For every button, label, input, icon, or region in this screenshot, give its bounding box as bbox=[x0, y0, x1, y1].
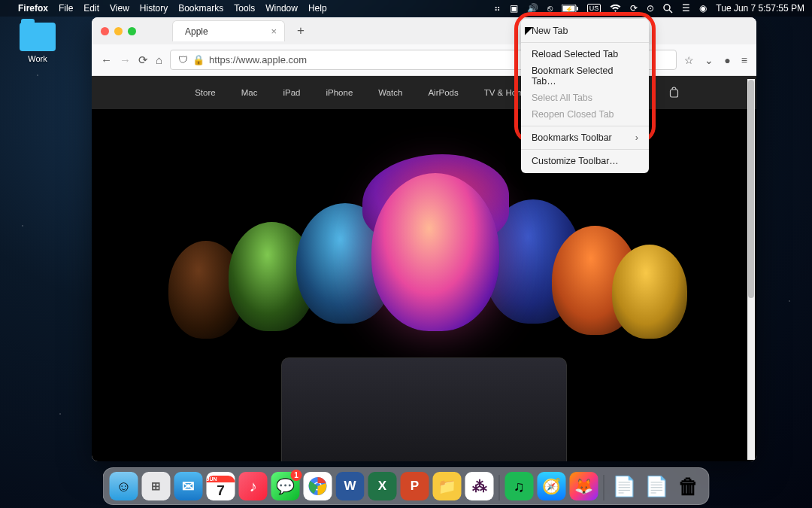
menu-select-all-tabs: Select All Tabs bbox=[521, 90, 649, 106]
scrollbar-thumb[interactable] bbox=[748, 80, 754, 298]
forward-button[interactable]: → bbox=[120, 53, 131, 66]
menu-reopen-closed-tab: Reopen Closed Tab bbox=[521, 106, 649, 123]
menu-file[interactable]: File bbox=[59, 3, 73, 14]
sync-icon[interactable]: ⟳ bbox=[630, 3, 638, 14]
bluetooth-icon[interactable]: ⎋ bbox=[547, 3, 553, 14]
lock-icon[interactable]: 🔒 bbox=[192, 54, 205, 65]
dock-mail[interactable]: ✉ bbox=[174, 472, 203, 500]
menu-new-tab[interactable]: New Tab bbox=[521, 23, 649, 39]
dock-word[interactable]: W bbox=[336, 472, 365, 500]
chevron-right-icon: › bbox=[635, 132, 638, 143]
shield-icon[interactable]: 🛡 bbox=[178, 54, 188, 65]
maximize-window-button[interactable] bbox=[128, 27, 136, 35]
menu-edit[interactable]: Edit bbox=[83, 3, 99, 14]
dock-music[interactable]: ♪ bbox=[239, 472, 268, 500]
macos-menubar: Firefox File Edit View History Bookmarks… bbox=[0, 0, 812, 17]
account-icon[interactable]: ● bbox=[724, 54, 730, 66]
window-controls bbox=[101, 27, 136, 35]
nav-store[interactable]: Store bbox=[195, 88, 216, 97]
dock-firefox[interactable]: 🦊 bbox=[570, 472, 598, 500]
close-window-button[interactable] bbox=[101, 27, 109, 35]
menu-separator bbox=[521, 126, 649, 126]
search-icon[interactable] bbox=[663, 4, 673, 14]
messages-badge: 1 bbox=[291, 470, 302, 481]
menu-reload-selected-tab[interactable]: Reload Selected Tab bbox=[521, 46, 649, 62]
menu-item-label: Bookmarks Toolbar bbox=[532, 132, 612, 143]
dock-slack[interactable]: ⁂ bbox=[465, 472, 494, 500]
minimize-window-button[interactable] bbox=[114, 27, 123, 35]
url-toolbar: ← → ⟳ ⌂ 🛡 🔒 https://www.apple.com ☆ ⌄ ● … bbox=[92, 44, 756, 76]
menubar-app-name[interactable]: Firefox bbox=[18, 3, 48, 14]
hamburger-menu-icon[interactable]: ≡ bbox=[741, 54, 747, 66]
reload-button[interactable]: ⟳ bbox=[138, 53, 148, 67]
menu-window[interactable]: Window bbox=[265, 3, 298, 14]
pocket-icon[interactable]: ⌄ bbox=[704, 54, 714, 66]
dock-excel[interactable]: X bbox=[368, 472, 397, 500]
siri-icon[interactable]: ◉ bbox=[699, 3, 707, 14]
back-button[interactable]: ← bbox=[101, 53, 112, 66]
folder-icon bbox=[20, 23, 56, 51]
url-text: https://www.apple.com bbox=[209, 54, 307, 65]
dock-trash[interactable]: 🗑 bbox=[674, 472, 703, 500]
dock-calendar[interactable]: JUN 7 bbox=[207, 472, 235, 500]
dock-chrome[interactable] bbox=[304, 472, 332, 500]
calendar-month: JUN bbox=[207, 476, 235, 482]
dock-messages[interactable]: 💬1 bbox=[271, 472, 300, 500]
dock-spotify[interactable]: ♫ bbox=[505, 472, 534, 500]
menu-bookmarks[interactable]: Bookmarks bbox=[178, 3, 223, 14]
browser-tab[interactable]: Apple × bbox=[172, 20, 285, 41]
apple-hero-image bbox=[92, 109, 756, 461]
dock-powerpoint[interactable]: P bbox=[401, 472, 429, 500]
dock-safari[interactable]: 🧭 bbox=[538, 472, 566, 500]
page-scrollbar[interactable] bbox=[747, 79, 755, 460]
volume-icon[interactable]: 🔊 bbox=[527, 3, 538, 14]
nav-watch[interactable]: Watch bbox=[378, 88, 402, 97]
battery-icon[interactable]: ⚡ bbox=[562, 5, 578, 13]
video-icon[interactable]: ▣ bbox=[510, 3, 518, 14]
dropbox-icon[interactable]: ⠶ bbox=[494, 3, 501, 14]
home-button[interactable]: ⌂ bbox=[156, 53, 162, 66]
menu-separator bbox=[521, 42, 649, 43]
svg-rect-2 bbox=[577, 7, 578, 11]
nav-bag-icon[interactable] bbox=[669, 87, 679, 99]
bookmark-star-icon[interactable]: ☆ bbox=[684, 54, 694, 66]
menu-view[interactable]: View bbox=[110, 3, 129, 14]
menubar-clock[interactable]: Tue Jun 7 5:57:55 PM bbox=[716, 3, 804, 14]
dock-launchpad[interactable]: ⊞ bbox=[142, 472, 171, 500]
input-source-icon[interactable]: US bbox=[587, 4, 601, 13]
menu-customize-toolbar[interactable]: Customize Toolbar… bbox=[521, 153, 649, 169]
svg-text:⚡: ⚡ bbox=[565, 5, 572, 12]
mouse-cursor-icon: ◤ bbox=[525, 24, 533, 36]
menu-bookmark-selected-tab[interactable]: Bookmark Selected Tab… bbox=[521, 62, 649, 90]
apple-site-nav: Store Mac iPad iPhone Watch AirPods TV &… bbox=[92, 76, 756, 109]
tab-bar[interactable]: Apple × + bbox=[92, 17, 756, 44]
dock-document[interactable]: 📄 bbox=[610, 472, 638, 500]
desktop: Firefox File Edit View History Bookmarks… bbox=[0, 0, 812, 508]
dock-document[interactable]: 📄 bbox=[642, 472, 671, 500]
memoji-graphic bbox=[371, 173, 499, 331]
dock-finder[interactable]: ☺ bbox=[110, 472, 138, 500]
menu-history[interactable]: History bbox=[140, 3, 168, 14]
menu-tools[interactable]: Tools bbox=[234, 3, 255, 14]
tab-context-menu: New Tab Reload Selected Tab Bookmark Sel… bbox=[521, 19, 649, 173]
calendar-day: 7 bbox=[217, 482, 225, 497]
new-tab-button[interactable]: + bbox=[291, 23, 311, 38]
menu-bookmarks-toolbar[interactable]: Bookmarks Toolbar › bbox=[521, 129, 649, 146]
nav-mac[interactable]: Mac bbox=[241, 88, 258, 97]
dock-separator bbox=[604, 475, 604, 500]
nav-iphone[interactable]: iPhone bbox=[326, 88, 353, 97]
menu-help[interactable]: Help bbox=[308, 3, 327, 14]
dock-folder[interactable]: 📁 bbox=[433, 472, 462, 500]
nav-ipad[interactable]: iPad bbox=[283, 88, 300, 97]
macos-dock: ☺ ⊞ ✉ JUN 7 ♪ 💬1 W X P 📁 ⁂ ♫ 🧭 🦊 📄 📄 🗑 bbox=[103, 467, 710, 505]
menu-separator bbox=[521, 149, 649, 150]
laptop-graphic bbox=[281, 357, 567, 461]
tab-close-button[interactable]: × bbox=[271, 26, 277, 37]
nav-airpods[interactable]: AirPods bbox=[428, 88, 458, 97]
control-center-icon[interactable]: ☰ bbox=[682, 3, 690, 14]
desktop-folder-work[interactable]: Work bbox=[15, 23, 60, 63]
update-icon[interactable]: ⊙ bbox=[647, 3, 654, 14]
svg-point-4 bbox=[664, 5, 670, 11]
firefox-window: Apple × + ← → ⟳ ⌂ 🛡 🔒 https://www.apple.… bbox=[92, 17, 756, 461]
wifi-icon[interactable] bbox=[610, 5, 621, 13]
